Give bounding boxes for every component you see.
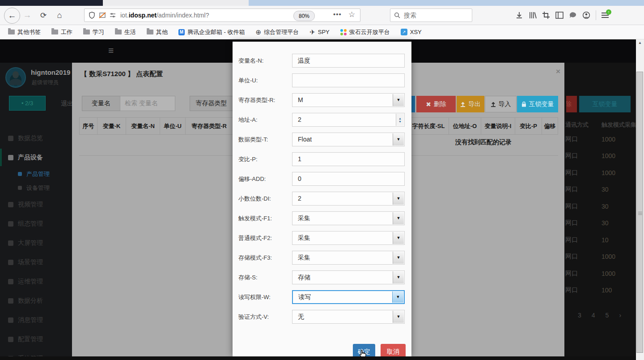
download-icon[interactable] (515, 11, 523, 19)
column-header[interactable]: 位地址-O (449, 118, 481, 134)
screenshot-icon[interactable] (542, 11, 550, 19)
dropdown-arrow-icon[interactable]: ▼ (393, 94, 404, 106)
table-row[interactable]: 网口 1000 (564, 265, 636, 282)
bookmark-item[interactable]: ✈ SPY (309, 28, 330, 36)
bookmark-star-icon[interactable]: ☆ (348, 10, 355, 19)
column-header[interactable]: 偏移 (542, 118, 558, 134)
sidebar-menu-item[interactable]: 消息管理 (0, 310, 72, 330)
search-bar[interactable] (390, 9, 472, 22)
sidebar-menu-item[interactable]: 配置管理 (0, 330, 72, 349)
scroll-up-arrow[interactable]: ▲ (636, 39, 644, 47)
page-number[interactable]: 5 (606, 312, 609, 319)
sidebar-menu-item[interactable]: 数据总览 (0, 129, 72, 148)
page-number[interactable]: 4 (592, 312, 595, 319)
close-icon[interactable]: × (556, 67, 560, 76)
filter-field-button[interactable]: 变量名 (82, 96, 120, 111)
column-header[interactable]: 寄存器类型-R (186, 118, 233, 134)
images-blocked-icon[interactable] (99, 12, 106, 18)
table-row[interactable]: 网口 30 (564, 215, 636, 232)
field-control[interactable]: 读写▼ (292, 290, 405, 304)
logout-link[interactable]: 退出 (61, 100, 72, 108)
table-row[interactable]: 网口 10 (564, 231, 636, 249)
shield-icon[interactable] (89, 12, 95, 19)
dropdown-arrow-icon[interactable]: ▼ (393, 252, 404, 264)
field-control[interactable]: 1 (292, 152, 405, 166)
zoom-level-badge[interactable]: 80% (293, 11, 315, 21)
table-row[interactable]: 网口 1000 (564, 249, 636, 266)
base-delete-button[interactable]: 删除 (566, 96, 577, 112)
bookmark-item[interactable]: 工作 (51, 28, 72, 36)
chat-icon[interactable] (569, 12, 577, 19)
url-bar[interactable]: iot.idosp.net/admin/index.html? 80% ••• … (84, 9, 360, 22)
sidebar-menu-item[interactable]: 视频管理 (0, 195, 72, 214)
dropdown-arrow-icon[interactable]: ▼ (393, 311, 404, 323)
bookmark-item[interactable]: 其他 (147, 28, 168, 36)
field-control[interactable]: 2▼ (292, 192, 405, 206)
sidebar-menu-item[interactable]: 产品管理 (0, 167, 72, 181)
dropdown-arrow-icon[interactable]: ▼ (393, 133, 404, 146)
library-icon[interactable] (529, 11, 537, 19)
menu-icon[interactable]: ↑ (602, 13, 609, 18)
sidebar-menu-item[interactable]: 运维管理 (0, 272, 72, 291)
delete-button[interactable]: ✖删除 (416, 96, 456, 112)
sidebar-menu-item[interactable]: 大屏管理 (0, 233, 72, 253)
dropdown-arrow-icon[interactable]: ▼ (393, 193, 404, 205)
column-header[interactable]: 单位-U (160, 118, 186, 134)
table-row[interactable]: 网口 30 (564, 181, 636, 198)
table-row[interactable]: 网口 1000 (564, 148, 636, 165)
filter-search-input[interactable]: 检索 变量名 (120, 96, 175, 111)
column-header[interactable]: 字符长度-SL (408, 118, 449, 134)
profile-button[interactable]: • 2/3 (9, 96, 46, 111)
bookmark-item[interactable]: M 腾讯企业邮箱 - 收件箱 (178, 28, 245, 36)
bookmark-item[interactable]: 萤石云开放平台 (340, 28, 390, 36)
page-actions-icon[interactable]: ••• (333, 10, 342, 18)
bookmark-item[interactable]: ⊕ 综合管理平台 (256, 28, 299, 36)
scrollbar-thumb[interactable] (636, 72, 643, 353)
field-control[interactable]: M▼ (292, 93, 405, 107)
import-button[interactable]: 导入 (485, 96, 517, 112)
permissions-icon[interactable] (110, 13, 116, 18)
page-number[interactable]: 3 (578, 312, 581, 319)
search-input[interactable] (403, 11, 463, 19)
reload-button[interactable]: ⟳ (38, 10, 48, 20)
field-control[interactable]: Float▼ (292, 133, 405, 146)
sidebar-menu-item[interactable]: 数据分析 (0, 291, 72, 310)
field-control[interactable]: 0 (292, 172, 405, 186)
horizontal-scrollbar[interactable] (0, 356, 636, 360)
column-header[interactable]: 变量说明-I (481, 118, 515, 134)
active-tab[interactable] (0, 0, 103, 6)
bookmark-item[interactable]: 其他书签 (8, 28, 41, 36)
field-control[interactable]: 采集▼ (292, 211, 405, 225)
column-header[interactable]: 变量名-N (126, 118, 160, 134)
interlock-button[interactable]: 互锁变量 (517, 96, 558, 112)
field-control[interactable]: 采集▼ (292, 251, 405, 265)
user-avatar[interactable] (5, 67, 26, 88)
base-interlock-button[interactable]: 互锁变量 (579, 96, 631, 112)
sidebar-menu-item[interactable]: 场景管理 (0, 253, 72, 272)
column-header[interactable]: 变量-K (97, 118, 126, 134)
export-button[interactable]: 导出 (457, 96, 484, 112)
page-number[interactable]: › (619, 312, 621, 319)
home-button[interactable]: ⌂ (55, 10, 64, 20)
dropdown-arrow-icon[interactable]: ▼ (393, 232, 404, 244)
dropdown-arrow-icon[interactable]: ▼ (392, 291, 403, 303)
sidebar-menu-item[interactable]: 设备管理 (0, 181, 72, 195)
table-row[interactable]: 网口 1000 (564, 131, 636, 148)
bookmark-item[interactable]: ↗ XSY (401, 29, 422, 35)
field-control[interactable] (292, 73, 405, 87)
back-button[interactable]: ← (4, 8, 20, 24)
dropdown-arrow-icon[interactable]: ▼ (393, 212, 404, 224)
bookmark-item[interactable]: 学习 (83, 28, 104, 36)
account-icon[interactable] (582, 11, 590, 19)
field-control[interactable]: 温度 (292, 54, 405, 68)
number-spinner[interactable]: ▲▼ (396, 114, 404, 126)
field-control[interactable]: 存储▼ (292, 270, 405, 284)
sidebar-toggle-icon[interactable] (555, 12, 564, 19)
filter-type-button[interactable]: 寄存器类型 (190, 96, 233, 111)
column-header[interactable]: 序号 (79, 118, 97, 134)
vertical-scrollbar[interactable]: ▲ (636, 39, 644, 360)
bookmark-item[interactable]: 生活 (115, 28, 136, 36)
dropdown-arrow-icon[interactable]: ▼ (393, 271, 404, 283)
field-control[interactable]: 采集▼ (292, 231, 405, 245)
table-row[interactable]: 网口 100 (564, 282, 636, 299)
